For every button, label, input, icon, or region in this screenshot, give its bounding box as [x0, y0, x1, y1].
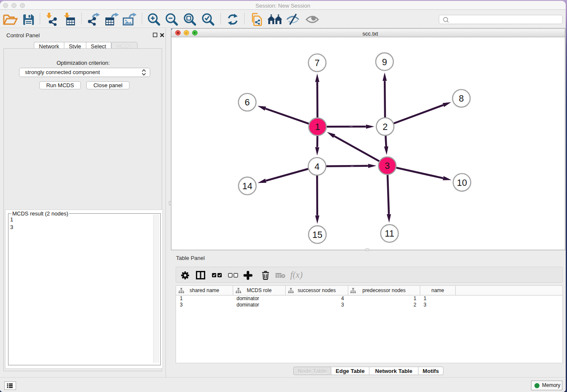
svg-text:10: 10	[457, 178, 467, 188]
svg-text:6: 6	[245, 97, 250, 108]
svg-text:3: 3	[385, 161, 390, 171]
svg-text:1: 1	[315, 122, 320, 132]
svg-text:4: 4	[314, 162, 319, 172]
svg-text:8: 8	[459, 94, 464, 104]
svg-text:9: 9	[382, 57, 387, 67]
svg-text:2: 2	[383, 122, 388, 132]
svg-text:7: 7	[315, 58, 320, 68]
svg-text:15: 15	[312, 230, 322, 240]
svg-text:14: 14	[242, 181, 253, 191]
svg-text:11: 11	[385, 229, 394, 239]
